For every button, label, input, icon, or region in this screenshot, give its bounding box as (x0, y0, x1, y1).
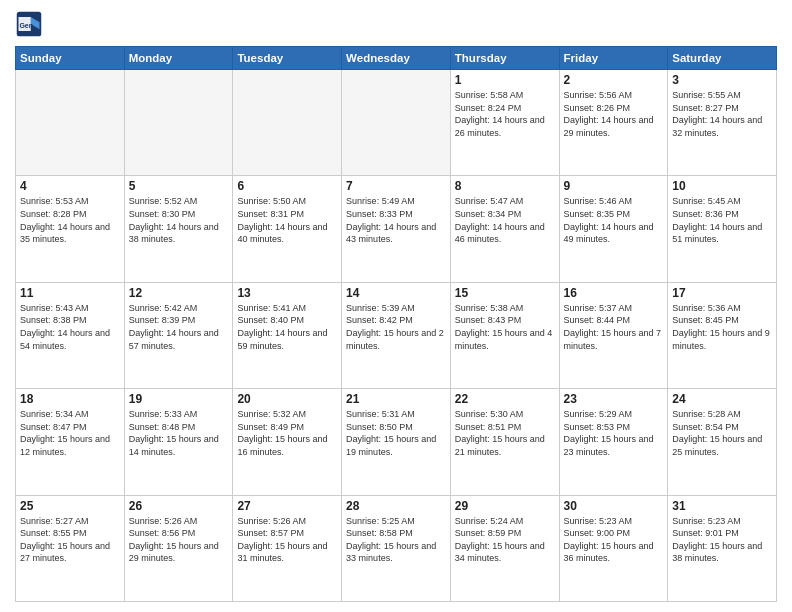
day-info: Sunrise: 5:38 AMSunset: 8:43 PMDaylight:… (455, 302, 555, 352)
day-number: 31 (672, 499, 772, 513)
day-info: Sunrise: 5:27 AMSunset: 8:55 PMDaylight:… (20, 515, 120, 565)
calendar-cell: 10Sunrise: 5:45 AMSunset: 8:36 PMDayligh… (668, 176, 777, 282)
day-info: Sunrise: 5:45 AMSunset: 8:36 PMDaylight:… (672, 195, 772, 245)
calendar-cell: 26Sunrise: 5:26 AMSunset: 8:56 PMDayligh… (124, 495, 233, 601)
day-number: 22 (455, 392, 555, 406)
day-number: 13 (237, 286, 337, 300)
calendar-cell: 12Sunrise: 5:42 AMSunset: 8:39 PMDayligh… (124, 282, 233, 388)
calendar-cell (16, 70, 125, 176)
day-info: Sunrise: 5:50 AMSunset: 8:31 PMDaylight:… (237, 195, 337, 245)
day-number: 23 (564, 392, 664, 406)
calendar-cell: 27Sunrise: 5:26 AMSunset: 8:57 PMDayligh… (233, 495, 342, 601)
calendar-week-row: 25Sunrise: 5:27 AMSunset: 8:55 PMDayligh… (16, 495, 777, 601)
day-number: 4 (20, 179, 120, 193)
day-number: 10 (672, 179, 772, 193)
calendar-cell: 14Sunrise: 5:39 AMSunset: 8:42 PMDayligh… (342, 282, 451, 388)
day-info: Sunrise: 5:34 AMSunset: 8:47 PMDaylight:… (20, 408, 120, 458)
day-info: Sunrise: 5:41 AMSunset: 8:40 PMDaylight:… (237, 302, 337, 352)
day-number: 6 (237, 179, 337, 193)
day-info: Sunrise: 5:30 AMSunset: 8:51 PMDaylight:… (455, 408, 555, 458)
day-number: 17 (672, 286, 772, 300)
calendar-table: SundayMondayTuesdayWednesdayThursdayFrid… (15, 46, 777, 602)
day-info: Sunrise: 5:43 AMSunset: 8:38 PMDaylight:… (20, 302, 120, 352)
day-number: 7 (346, 179, 446, 193)
calendar-cell: 20Sunrise: 5:32 AMSunset: 8:49 PMDayligh… (233, 389, 342, 495)
calendar-week-row: 18Sunrise: 5:34 AMSunset: 8:47 PMDayligh… (16, 389, 777, 495)
calendar-cell: 11Sunrise: 5:43 AMSunset: 8:38 PMDayligh… (16, 282, 125, 388)
svg-text:Gen: Gen (19, 22, 33, 29)
day-number: 16 (564, 286, 664, 300)
calendar-cell (342, 70, 451, 176)
calendar-cell: 16Sunrise: 5:37 AMSunset: 8:44 PMDayligh… (559, 282, 668, 388)
day-number: 14 (346, 286, 446, 300)
day-info: Sunrise: 5:39 AMSunset: 8:42 PMDaylight:… (346, 302, 446, 352)
calendar-cell: 28Sunrise: 5:25 AMSunset: 8:58 PMDayligh… (342, 495, 451, 601)
day-number: 3 (672, 73, 772, 87)
calendar-week-row: 11Sunrise: 5:43 AMSunset: 8:38 PMDayligh… (16, 282, 777, 388)
day-info: Sunrise: 5:25 AMSunset: 8:58 PMDaylight:… (346, 515, 446, 565)
calendar-cell: 25Sunrise: 5:27 AMSunset: 8:55 PMDayligh… (16, 495, 125, 601)
day-info: Sunrise: 5:58 AMSunset: 8:24 PMDaylight:… (455, 89, 555, 139)
day-info: Sunrise: 5:23 AMSunset: 9:01 PMDaylight:… (672, 515, 772, 565)
day-info: Sunrise: 5:31 AMSunset: 8:50 PMDaylight:… (346, 408, 446, 458)
logo: Gen (15, 10, 47, 38)
day-number: 28 (346, 499, 446, 513)
header: Gen (15, 10, 777, 38)
day-info: Sunrise: 5:47 AMSunset: 8:34 PMDaylight:… (455, 195, 555, 245)
day-number: 2 (564, 73, 664, 87)
day-number: 26 (129, 499, 229, 513)
day-number: 30 (564, 499, 664, 513)
day-number: 15 (455, 286, 555, 300)
day-number: 27 (237, 499, 337, 513)
day-info: Sunrise: 5:24 AMSunset: 8:59 PMDaylight:… (455, 515, 555, 565)
weekday-header: Saturday (668, 47, 777, 70)
weekday-header: Monday (124, 47, 233, 70)
weekday-header: Tuesday (233, 47, 342, 70)
day-info: Sunrise: 5:56 AMSunset: 8:26 PMDaylight:… (564, 89, 664, 139)
calendar-cell: 1Sunrise: 5:58 AMSunset: 8:24 PMDaylight… (450, 70, 559, 176)
calendar-week-row: 1Sunrise: 5:58 AMSunset: 8:24 PMDaylight… (16, 70, 777, 176)
weekday-header: Sunday (16, 47, 125, 70)
calendar-cell: 7Sunrise: 5:49 AMSunset: 8:33 PMDaylight… (342, 176, 451, 282)
day-number: 1 (455, 73, 555, 87)
calendar-cell: 31Sunrise: 5:23 AMSunset: 9:01 PMDayligh… (668, 495, 777, 601)
day-number: 18 (20, 392, 120, 406)
calendar-header-row: SundayMondayTuesdayWednesdayThursdayFrid… (16, 47, 777, 70)
day-info: Sunrise: 5:28 AMSunset: 8:54 PMDaylight:… (672, 408, 772, 458)
calendar-cell: 29Sunrise: 5:24 AMSunset: 8:59 PMDayligh… (450, 495, 559, 601)
day-info: Sunrise: 5:33 AMSunset: 8:48 PMDaylight:… (129, 408, 229, 458)
day-info: Sunrise: 5:23 AMSunset: 9:00 PMDaylight:… (564, 515, 664, 565)
calendar-cell: 30Sunrise: 5:23 AMSunset: 9:00 PMDayligh… (559, 495, 668, 601)
day-number: 19 (129, 392, 229, 406)
calendar-cell: 21Sunrise: 5:31 AMSunset: 8:50 PMDayligh… (342, 389, 451, 495)
day-info: Sunrise: 5:37 AMSunset: 8:44 PMDaylight:… (564, 302, 664, 352)
calendar-cell: 9Sunrise: 5:46 AMSunset: 8:35 PMDaylight… (559, 176, 668, 282)
day-number: 8 (455, 179, 555, 193)
calendar-cell: 19Sunrise: 5:33 AMSunset: 8:48 PMDayligh… (124, 389, 233, 495)
day-info: Sunrise: 5:29 AMSunset: 8:53 PMDaylight:… (564, 408, 664, 458)
calendar-cell: 4Sunrise: 5:53 AMSunset: 8:28 PMDaylight… (16, 176, 125, 282)
calendar-cell: 22Sunrise: 5:30 AMSunset: 8:51 PMDayligh… (450, 389, 559, 495)
day-number: 12 (129, 286, 229, 300)
page: Gen SundayMondayTuesdayWednesdayThursday… (0, 0, 792, 612)
day-info: Sunrise: 5:36 AMSunset: 8:45 PMDaylight:… (672, 302, 772, 352)
day-info: Sunrise: 5:49 AMSunset: 8:33 PMDaylight:… (346, 195, 446, 245)
weekday-header: Friday (559, 47, 668, 70)
day-info: Sunrise: 5:46 AMSunset: 8:35 PMDaylight:… (564, 195, 664, 245)
day-number: 5 (129, 179, 229, 193)
logo-icon: Gen (15, 10, 43, 38)
day-info: Sunrise: 5:26 AMSunset: 8:56 PMDaylight:… (129, 515, 229, 565)
calendar-cell: 5Sunrise: 5:52 AMSunset: 8:30 PMDaylight… (124, 176, 233, 282)
day-number: 21 (346, 392, 446, 406)
calendar-cell: 17Sunrise: 5:36 AMSunset: 8:45 PMDayligh… (668, 282, 777, 388)
day-info: Sunrise: 5:53 AMSunset: 8:28 PMDaylight:… (20, 195, 120, 245)
weekday-header: Wednesday (342, 47, 451, 70)
day-number: 25 (20, 499, 120, 513)
day-number: 11 (20, 286, 120, 300)
calendar-cell: 8Sunrise: 5:47 AMSunset: 8:34 PMDaylight… (450, 176, 559, 282)
calendar-cell: 24Sunrise: 5:28 AMSunset: 8:54 PMDayligh… (668, 389, 777, 495)
calendar-cell (233, 70, 342, 176)
calendar-week-row: 4Sunrise: 5:53 AMSunset: 8:28 PMDaylight… (16, 176, 777, 282)
calendar-cell: 6Sunrise: 5:50 AMSunset: 8:31 PMDaylight… (233, 176, 342, 282)
calendar-cell (124, 70, 233, 176)
